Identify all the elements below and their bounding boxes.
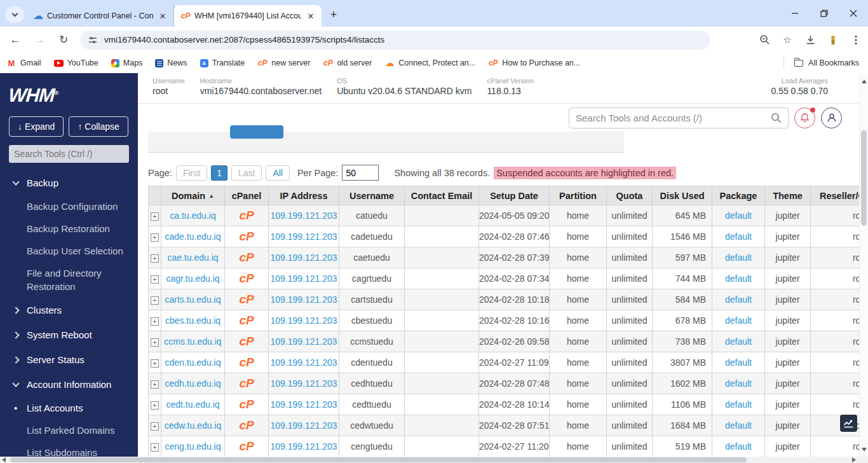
expand-row-icon[interactable]: + bbox=[151, 380, 159, 389]
package-link[interactable]: default bbox=[725, 357, 752, 368]
zoom-button[interactable] bbox=[757, 33, 771, 47]
bookmark-item[interactable]: News bbox=[155, 59, 187, 67]
tools-search-box[interactable] bbox=[569, 107, 789, 128]
scroll-left-arrow-icon[interactable] bbox=[2, 457, 6, 462]
column-header-contact-email[interactable]: Contact Email bbox=[405, 186, 479, 205]
forward-button[interactable]: → bbox=[31, 31, 48, 49]
ip-link[interactable]: 109.199.121.203 bbox=[270, 357, 337, 368]
cpanel-login-icon[interactable]: cP bbox=[239, 230, 254, 243]
sidebar-item-list-accounts[interactable]: List Accounts bbox=[0, 397, 138, 419]
sidebar-item-file-and-directory-restoration[interactable]: File and Directory Restoration bbox=[0, 262, 138, 298]
collapse-all-button[interactable]: ↑ Collapse bbox=[69, 116, 128, 137]
cpanel-login-icon[interactable]: cP bbox=[239, 251, 254, 264]
expand-row-icon[interactable]: + bbox=[151, 212, 159, 221]
column-header-cpanel[interactable]: cPanel bbox=[225, 186, 269, 205]
reload-button[interactable]: ↻ bbox=[55, 31, 72, 49]
ip-link[interactable]: 109.199.121.203 bbox=[270, 378, 337, 389]
tab-search-button[interactable] bbox=[5, 6, 24, 23]
bookmark-item[interactable]: cPnew server bbox=[257, 58, 310, 68]
sidebar-section-backup[interactable]: Backup bbox=[0, 170, 138, 195]
sidebar-section-account-information[interactable]: Account Information bbox=[0, 372, 138, 397]
tab-close-icon[interactable]: ✕ bbox=[157, 10, 168, 22]
cpanel-login-icon[interactable]: cP bbox=[239, 314, 254, 327]
expand-row-icon[interactable]: + bbox=[151, 275, 159, 284]
sidebar-search-input[interactable] bbox=[9, 145, 129, 163]
sidebar-item-list-subdomains[interactable]: List Subdomains bbox=[0, 441, 138, 457]
search-submit-button[interactable] bbox=[230, 125, 283, 139]
cpanel-login-icon[interactable]: cP bbox=[239, 209, 254, 222]
horizontal-scroll-thumb[interactable] bbox=[10, 457, 747, 462]
package-link[interactable]: default bbox=[725, 211, 752, 221]
all-bookmarks-button[interactable]: All Bookmarks bbox=[783, 57, 868, 69]
expand-row-icon[interactable]: + bbox=[151, 359, 159, 368]
cpanel-login-icon[interactable]: cP bbox=[239, 377, 254, 390]
column-header-theme[interactable]: Theme bbox=[765, 186, 811, 205]
bookmark-item[interactable]: Maps bbox=[111, 59, 143, 67]
expand-row-icon[interactable]: + bbox=[151, 401, 159, 410]
window-minimize-button[interactable] bbox=[780, 0, 810, 27]
scroll-right-arrow-icon[interactable] bbox=[852, 457, 856, 462]
new-tab-button[interactable]: + bbox=[325, 6, 342, 23]
ip-link[interactable]: 109.199.121.203 bbox=[270, 252, 337, 263]
cpanel-login-icon[interactable]: cP bbox=[239, 356, 254, 369]
domain-link[interactable]: cae.tu.edu.iq bbox=[167, 252, 218, 263]
user-menu-button[interactable] bbox=[821, 107, 842, 128]
back-button[interactable]: ← bbox=[6, 31, 24, 49]
bookmark-item[interactable]: YouTube bbox=[54, 59, 98, 67]
column-header-package[interactable]: Package bbox=[712, 186, 765, 205]
domain-link[interactable]: cedh.tu.edu.iq bbox=[165, 378, 221, 389]
domain-link[interactable]: cbes.tu.edu.iq bbox=[165, 315, 220, 326]
tab-close-icon[interactable]: ✕ bbox=[305, 10, 316, 22]
site-settings-icon[interactable] bbox=[88, 35, 98, 45]
domain-link[interactable]: cedt.tu.edu.iq bbox=[166, 399, 219, 410]
bookmark-item[interactable]: MGmail bbox=[6, 58, 41, 68]
current-page-button[interactable]: 1 bbox=[211, 165, 227, 181]
expand-all-button[interactable]: ↓ Expand bbox=[9, 116, 64, 137]
bookmark-item[interactable]: cPHow to Purchase an... bbox=[488, 58, 580, 68]
sidebar-item-backup-user-selection[interactable]: Backup User Selection bbox=[0, 240, 138, 262]
domain-link[interactable]: cade.tu.edu.iq bbox=[165, 232, 221, 242]
sidebar-item-list-parked-domains[interactable]: List Parked Domains bbox=[0, 419, 138, 441]
column-header-quota[interactable]: Quota bbox=[607, 186, 653, 205]
package-link[interactable]: default bbox=[725, 315, 752, 326]
domain-link[interactable]: cden.tu.edu.iq bbox=[165, 357, 221, 368]
window-restore-button[interactable] bbox=[810, 0, 839, 27]
browser-tab[interactable]: ☁Customer Control Panel - Conta✕ bbox=[27, 5, 174, 27]
column-header-reseller-owner[interactable]: Reseller/Owner bbox=[811, 186, 860, 205]
expand-row-icon[interactable]: + bbox=[151, 296, 159, 305]
horizontal-scrollbar[interactable] bbox=[0, 457, 859, 463]
package-link[interactable]: default bbox=[725, 399, 752, 410]
column-header-ip-address[interactable]: IP Address bbox=[269, 186, 339, 205]
cpanel-login-icon[interactable]: cP bbox=[239, 397, 254, 411]
cpanel-login-icon[interactable]: cP bbox=[239, 418, 254, 432]
vertical-scrollbar[interactable] bbox=[859, 73, 868, 457]
cpanel-login-icon[interactable]: cP bbox=[239, 335, 254, 348]
ip-link[interactable]: 109.199.121.203 bbox=[270, 273, 337, 284]
expand-row-icon[interactable]: + bbox=[151, 422, 159, 431]
ip-link[interactable]: 109.199.121.203 bbox=[270, 315, 337, 326]
package-link[interactable]: default bbox=[725, 336, 752, 347]
sidebar-item-backup-configuration[interactable]: Backup Configuration bbox=[0, 195, 138, 218]
column-header-expand[interactable] bbox=[149, 186, 161, 205]
domain-link[interactable]: ca.tu.edu.iq bbox=[170, 211, 215, 221]
bookmark-item[interactable]: aTranslate bbox=[200, 59, 245, 67]
address-bar[interactable]: vmi1679440.contaboserver.net:2087/cpsess… bbox=[80, 31, 710, 50]
tools-search-input[interactable] bbox=[576, 113, 771, 123]
last-page-button[interactable]: Last bbox=[231, 165, 262, 181]
scroll-up-arrow-icon[interactable] bbox=[862, 79, 867, 83]
column-header-domain[interactable]: Domain▲ bbox=[161, 186, 225, 205]
expand-row-icon[interactable]: + bbox=[151, 233, 159, 242]
cpanel-login-icon[interactable]: cP bbox=[239, 439, 254, 453]
ip-link[interactable]: 109.199.121.203 bbox=[270, 441, 337, 452]
sidebar-section-system-reboot[interactable]: System Reboot bbox=[0, 322, 138, 347]
column-header-disk-used[interactable]: Disk Used bbox=[653, 186, 712, 205]
expand-row-icon[interactable]: + bbox=[151, 317, 159, 326]
column-header-setup-date[interactable]: Setup Date bbox=[479, 186, 550, 205]
package-link[interactable]: default bbox=[725, 441, 752, 452]
browser-menu-button[interactable] bbox=[849, 33, 863, 47]
cpanel-login-icon[interactable]: cP bbox=[239, 293, 254, 306]
domain-link[interactable]: ceng.tu.edu.iq bbox=[165, 441, 221, 452]
package-link[interactable]: default bbox=[725, 232, 752, 242]
cpanel-login-icon[interactable]: cP bbox=[239, 272, 254, 285]
notifications-button[interactable] bbox=[794, 107, 815, 128]
